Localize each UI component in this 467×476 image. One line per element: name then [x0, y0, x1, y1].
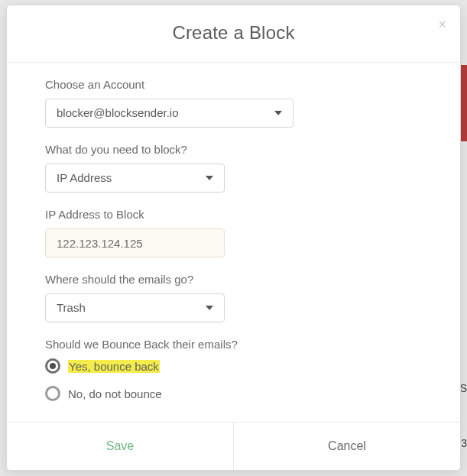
bounce-no-label: No, do not bounce [68, 387, 162, 400]
bounce-field: Should we Bounce Back their emails? Yes,… [45, 338, 422, 401]
bg-letter-s: S [460, 382, 467, 394]
ip-field: IP Address to Block [45, 208, 422, 257]
bg-digit-3: 3 [461, 437, 467, 449]
block-type-field: What do you need to block? IP Address [45, 143, 422, 193]
destination-field: Where should the emails go? Trash [45, 273, 422, 322]
block-type-label: What do you need to block? [45, 143, 422, 156]
block-type-dropdown[interactable]: IP Address [45, 164, 225, 193]
save-button[interactable]: Save [7, 423, 234, 470]
cancel-button[interactable]: Cancel [234, 423, 460, 470]
chevron-down-icon [274, 111, 282, 115]
close-icon[interactable]: × [438, 18, 446, 31]
account-dropdown[interactable]: blocker@blocksender.io [45, 99, 293, 128]
bounce-yes-radio[interactable]: Yes, bounce back [45, 358, 422, 374]
account-selected: blocker@blocksender.io [46, 99, 293, 126]
modal-body: Choose an Account blocker@blocksender.io… [7, 63, 460, 422]
bounce-yes-label: Yes, bounce back [68, 360, 160, 373]
modal-footer: Save Cancel [7, 422, 460, 470]
account-label: Choose an Account [45, 78, 422, 91]
modal-title: Create a Block [22, 22, 445, 44]
account-field: Choose an Account blocker@blocksender.io [45, 78, 422, 128]
chevron-down-icon [206, 176, 213, 180]
radio-icon [45, 386, 60, 401]
chevron-down-icon [206, 306, 213, 310]
modal-header: Create a Block × [7, 5, 460, 63]
ip-input[interactable] [45, 228, 225, 257]
bounce-no-radio[interactable]: No, do not bounce [45, 386, 422, 401]
destination-label: Where should the emails go? [45, 273, 422, 286]
destination-dropdown[interactable]: Trash [45, 293, 225, 322]
block-type-selected: IP Address [46, 164, 224, 191]
bounce-radio-group: Yes, bounce back No, do not bounce [45, 358, 422, 401]
bounce-label: Should we Bounce Back their emails? [45, 338, 422, 351]
ip-label: IP Address to Block [45, 208, 422, 221]
radio-icon [45, 358, 60, 374]
create-block-modal: Create a Block × Choose an Account block… [6, 5, 461, 471]
destination-selected: Trash [46, 294, 224, 321]
